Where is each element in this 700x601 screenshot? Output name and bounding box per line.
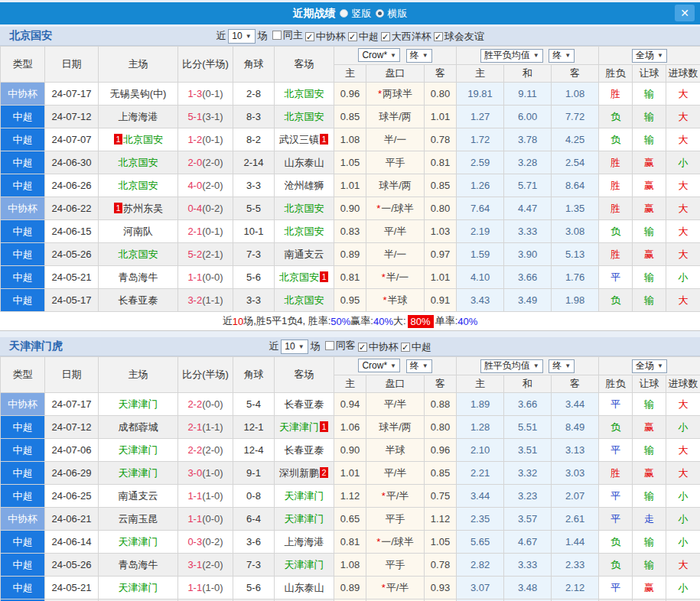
handicap-text: 球半/两 <box>379 421 412 433</box>
col-header-corner: 角球 <box>233 47 275 83</box>
mean-home: 1.28 <box>457 416 504 439</box>
crown-handicap: 球半/两 <box>366 174 425 197</box>
mean-time-select[interactable]: 终▼ <box>549 49 575 63</box>
checkbox[interactable]: ✓ <box>305 32 314 41</box>
mean-home: 3.44 <box>457 485 504 508</box>
odds-time-select[interactable]: 终▼ <box>406 49 432 63</box>
mean-draw: 3.66 <box>504 266 552 289</box>
bookmaker-select[interactable]: Crow*▼ <box>358 48 400 62</box>
halftime-score: (0-1) <box>202 134 223 145</box>
result-cell: 负 <box>599 416 633 439</box>
team-label: 天津津门 <box>119 398 158 410</box>
filter-option[interactable]: ✓大西洋杯 <box>381 30 431 44</box>
checkbox[interactable] <box>325 341 334 350</box>
mean-home: 2.35 <box>457 508 504 531</box>
handicap-result-cell: 输 <box>633 266 666 289</box>
team-label: 北京国安 <box>285 111 324 122</box>
checkbox[interactable]: ✓ <box>358 343 367 352</box>
checkbox[interactable]: ✓ <box>401 343 410 352</box>
mean-draw: 3.23 <box>504 485 552 508</box>
result-cell: 负 <box>599 220 633 243</box>
mean-time-select[interactable]: 终▼ <box>549 359 575 373</box>
handicap-text: 两球半 <box>383 88 412 99</box>
section-header-team1: 北京国安 近 10 ▼ 场 同主✓中协杯✓中超✓大西洋杯✓球会友谊 <box>0 27 700 46</box>
competition-type: 中协杯 <box>1 508 45 531</box>
crown-away-odds: 0.80 <box>425 416 457 439</box>
halftime-score: (0-2) <box>202 203 223 214</box>
filter-option[interactable]: ✓中超 <box>401 340 431 354</box>
checkbox[interactable]: ✓ <box>381 32 390 41</box>
crown-home-odds: 1.08 <box>334 128 366 151</box>
team-label: 北京国安 <box>123 134 163 145</box>
radio-vertical-label[interactable]: 竖版 <box>352 7 372 21</box>
asterisk-mark: * <box>382 271 386 283</box>
sub-header-handicap-result: 让球 <box>633 375 666 393</box>
corner-cell: 5-4 <box>233 393 275 416</box>
filter-option[interactable]: ✓中协杯 <box>305 30 346 44</box>
checkbox[interactable]: ✓ <box>348 32 357 41</box>
match-count-select[interactable]: 10 ▼ <box>281 339 308 354</box>
mean-type-select[interactable]: 胜平负均值▼ <box>480 49 543 63</box>
filter-option[interactable]: ✓球会友谊 <box>434 30 484 44</box>
crown-home-odds: 0.96 <box>334 83 366 106</box>
radio-horizontal-layout[interactable] <box>376 9 384 18</box>
crown-home-odds: 0.94 <box>334 393 366 416</box>
corner-cell: 3-6 <box>233 531 275 554</box>
scope-select[interactable]: 全场▼ <box>632 49 667 63</box>
crown-home-odds: 1.08 <box>334 554 366 577</box>
result-cell: 平 <box>599 485 633 508</box>
crown-handicap: *一/球半 <box>366 197 425 220</box>
close-icon[interactable]: ✕ <box>675 5 695 21</box>
crown-away-odds: 1.05 <box>425 531 457 554</box>
mean-away: 1.44 <box>552 531 599 554</box>
mean-away: 2.54 <box>552 151 599 174</box>
crown-away-odds: 0.85 <box>425 462 457 485</box>
red-card-badge: 1 <box>114 203 122 213</box>
date-cell: 24-05-26 <box>45 243 99 266</box>
match-count-select[interactable]: 10 ▼ <box>228 29 255 44</box>
table-row: 中超24-07-06天津津门2-2(2-0)12-4长春亚泰0.90半球0.96… <box>1 439 700 462</box>
odds-time-select[interactable]: 终▼ <box>406 359 432 373</box>
date-cell: 24-06-15 <box>45 220 99 243</box>
scope-select[interactable]: 全场▼ <box>632 359 667 373</box>
goals-cell: 小 <box>666 508 700 531</box>
summary-segment: 单率: <box>435 314 458 328</box>
date-cell: 24-06-21 <box>45 508 99 531</box>
scope-select-group: 全场▼ <box>599 357 700 375</box>
filter-option[interactable]: ✓中协杯 <box>358 340 399 354</box>
goals-cell: 小 <box>666 577 700 599</box>
match-count-value: 10 <box>285 341 295 352</box>
handicap-result-cell: 输 <box>633 220 666 243</box>
home-team: 天津津门 <box>99 531 178 554</box>
filter-option[interactable]: 同主 <box>272 28 303 42</box>
mean-type-select[interactable]: 胜平负均值▼ <box>480 359 543 373</box>
away-team: 天津津门 <box>275 554 334 577</box>
home-team: 青岛海牛 <box>99 266 178 289</box>
mean-home: 5.65 <box>457 531 504 554</box>
halftime-score: (2-1) <box>202 249 223 260</box>
score-cell: 1-1(0-0) <box>178 508 233 531</box>
radio-horizontal-label[interactable]: 横版 <box>388 7 408 21</box>
col-header-date: 日期 <box>45 47 99 83</box>
bookmaker-select[interactable]: Crow*▼ <box>358 359 400 372</box>
score-cell: 1-1(0-0) <box>178 266 233 289</box>
table-row: 中超24-07-12成都蓉城2-1(1-1)12-1天津津门11.06球半/两0… <box>1 416 700 439</box>
handicap-text: 一/球半 <box>381 203 414 214</box>
fulltime-score: 1-3 <box>187 88 202 99</box>
home-team: 北京国安 <box>99 151 178 174</box>
filter-option-label: 球会友谊 <box>444 30 484 44</box>
filter-option[interactable]: 同客 <box>325 339 356 352</box>
filter-option[interactable]: ✓中超 <box>348 30 379 44</box>
corner-cell: 0-8 <box>233 485 275 508</box>
checkbox[interactable]: ✓ <box>434 32 443 41</box>
team-label: 北京国安 <box>285 294 324 306</box>
radio-vertical-layout[interactable] <box>340 9 348 18</box>
checkbox[interactable] <box>272 31 282 40</box>
corner-cell: 7-3 <box>233 243 275 266</box>
away-team: 北京国安 <box>275 83 334 106</box>
crown-handicap: 半球 <box>366 439 425 462</box>
halftime-score: (0-0) <box>202 513 223 525</box>
mean-draw: 3.32 <box>504 462 552 485</box>
crown-away-odds: 0.78 <box>425 128 457 151</box>
fulltime-score: 2-1 <box>187 421 202 433</box>
